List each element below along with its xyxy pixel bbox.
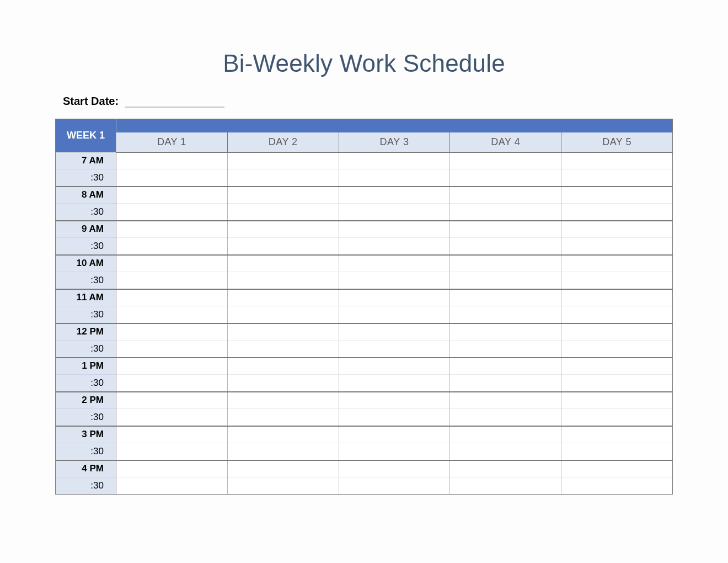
schedule-cell[interactable]	[561, 306, 673, 323]
schedule-cell[interactable]	[339, 152, 450, 169]
schedule-cell[interactable]	[450, 426, 561, 443]
schedule-cell[interactable]	[450, 477, 561, 495]
schedule-cell[interactable]	[339, 358, 450, 375]
schedule-cell[interactable]	[450, 358, 561, 375]
schedule-cell[interactable]	[227, 477, 339, 495]
schedule-cell[interactable]	[116, 409, 228, 426]
schedule-cell[interactable]	[450, 187, 561, 204]
schedule-cell[interactable]	[339, 426, 450, 443]
schedule-cell[interactable]	[116, 341, 228, 358]
schedule-cell[interactable]	[561, 409, 673, 426]
schedule-cell[interactable]	[450, 204, 561, 221]
schedule-cell[interactable]	[450, 409, 561, 426]
schedule-cell[interactable]	[339, 409, 450, 426]
start-date-input[interactable]	[125, 94, 224, 108]
schedule-cell[interactable]	[116, 152, 228, 169]
schedule-cell[interactable]	[561, 169, 673, 187]
schedule-cell[interactable]	[450, 460, 561, 477]
schedule-cell[interactable]	[116, 221, 228, 238]
schedule-cell[interactable]	[339, 477, 450, 495]
schedule-cell[interactable]	[450, 289, 561, 306]
schedule-cell[interactable]	[227, 341, 339, 358]
schedule-cell[interactable]	[116, 169, 228, 187]
schedule-cell[interactable]	[227, 204, 339, 221]
schedule-cell[interactable]	[227, 306, 339, 323]
schedule-cell[interactable]	[339, 221, 450, 238]
schedule-cell[interactable]	[561, 187, 673, 204]
schedule-cell[interactable]	[450, 306, 561, 323]
schedule-cell[interactable]	[339, 272, 450, 289]
schedule-cell[interactable]	[561, 323, 673, 341]
schedule-cell[interactable]	[227, 409, 339, 426]
schedule-cell[interactable]	[339, 306, 450, 323]
schedule-cell[interactable]	[116, 426, 228, 443]
schedule-cell[interactable]	[116, 443, 228, 460]
schedule-cell[interactable]	[227, 358, 339, 375]
schedule-cell[interactable]	[561, 238, 673, 255]
schedule-cell[interactable]	[227, 426, 339, 443]
schedule-cell[interactable]	[561, 221, 673, 238]
schedule-cell[interactable]	[116, 323, 228, 341]
schedule-cell[interactable]	[339, 341, 450, 358]
schedule-cell[interactable]	[116, 187, 228, 204]
schedule-cell[interactable]	[227, 238, 339, 255]
schedule-cell[interactable]	[450, 392, 561, 409]
schedule-cell[interactable]	[227, 392, 339, 409]
schedule-cell[interactable]	[116, 238, 228, 255]
schedule-cell[interactable]	[227, 169, 339, 187]
schedule-cell[interactable]	[227, 272, 339, 289]
schedule-cell[interactable]	[450, 323, 561, 341]
schedule-cell[interactable]	[339, 238, 450, 255]
schedule-cell[interactable]	[116, 289, 228, 306]
schedule-cell[interactable]	[339, 169, 450, 187]
schedule-cell[interactable]	[450, 375, 561, 392]
schedule-cell[interactable]	[339, 460, 450, 477]
schedule-cell[interactable]	[227, 375, 339, 392]
schedule-cell[interactable]	[227, 221, 339, 238]
schedule-cell[interactable]	[450, 341, 561, 358]
schedule-cell[interactable]	[339, 255, 450, 272]
schedule-cell[interactable]	[339, 187, 450, 204]
schedule-cell[interactable]	[227, 323, 339, 341]
schedule-cell[interactable]	[339, 443, 450, 460]
schedule-cell[interactable]	[339, 392, 450, 409]
schedule-cell[interactable]	[561, 341, 673, 358]
schedule-cell[interactable]	[561, 152, 673, 169]
schedule-cell[interactable]	[561, 375, 673, 392]
schedule-cell[interactable]	[116, 255, 228, 272]
schedule-cell[interactable]	[561, 426, 673, 443]
schedule-cell[interactable]	[561, 289, 673, 306]
schedule-cell[interactable]	[116, 358, 228, 375]
schedule-cell[interactable]	[227, 443, 339, 460]
schedule-cell[interactable]	[450, 152, 561, 169]
schedule-cell[interactable]	[227, 255, 339, 272]
schedule-cell[interactable]	[561, 392, 673, 409]
schedule-cell[interactable]	[450, 221, 561, 238]
schedule-cell[interactable]	[339, 289, 450, 306]
schedule-cell[interactable]	[227, 152, 339, 169]
schedule-cell[interactable]	[116, 460, 228, 477]
schedule-cell[interactable]	[116, 306, 228, 323]
schedule-cell[interactable]	[116, 477, 228, 495]
schedule-cell[interactable]	[561, 477, 673, 495]
schedule-cell[interactable]	[450, 238, 561, 255]
schedule-cell[interactable]	[450, 443, 561, 460]
schedule-cell[interactable]	[450, 272, 561, 289]
schedule-cell[interactable]	[227, 460, 339, 477]
schedule-cell[interactable]	[116, 375, 228, 392]
schedule-cell[interactable]	[561, 204, 673, 221]
schedule-cell[interactable]	[339, 323, 450, 341]
schedule-cell[interactable]	[116, 204, 228, 221]
schedule-cell[interactable]	[561, 272, 673, 289]
schedule-cell[interactable]	[339, 375, 450, 392]
schedule-cell[interactable]	[561, 358, 673, 375]
schedule-cell[interactable]	[339, 204, 450, 221]
schedule-cell[interactable]	[227, 289, 339, 306]
schedule-cell[interactable]	[450, 255, 561, 272]
schedule-cell[interactable]	[116, 272, 228, 289]
schedule-cell[interactable]	[561, 460, 673, 477]
schedule-cell[interactable]	[227, 187, 339, 204]
schedule-cell[interactable]	[561, 443, 673, 460]
schedule-cell[interactable]	[561, 255, 673, 272]
schedule-cell[interactable]	[116, 392, 228, 409]
